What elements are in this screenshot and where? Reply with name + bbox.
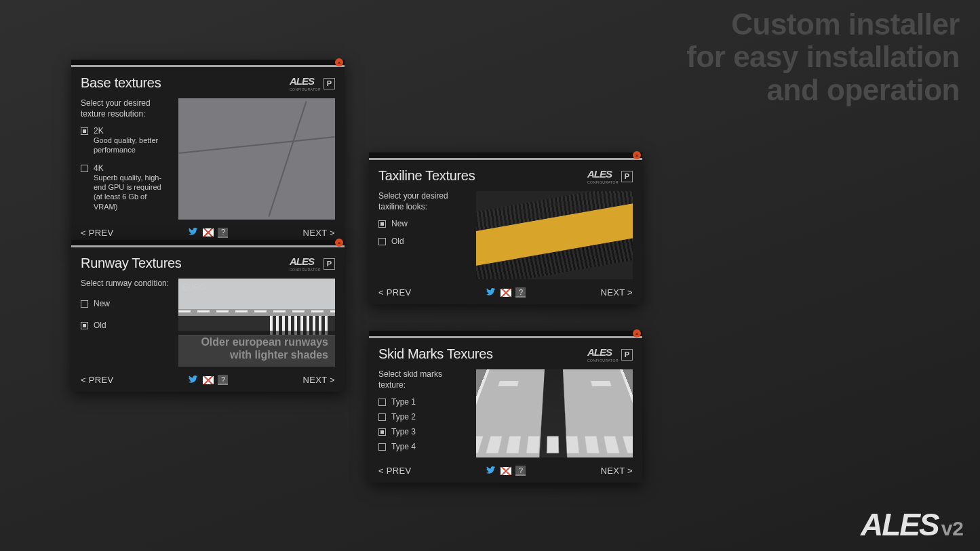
option-head: Old [94, 321, 106, 330]
preview-image [476, 369, 633, 457]
option-head: Type 2 [391, 412, 416, 422]
close-button[interactable]: × [335, 58, 343, 66]
help-icon[interactable]: ? [515, 287, 526, 298]
preview-label: EURO [182, 283, 206, 292]
option-desc: Good quality, better performance [94, 136, 170, 155]
preview-image [476, 191, 633, 279]
window-skid-marks-textures: × Skid Marks Texures ALES CONFIGURATOR P… [369, 331, 642, 483]
window-taxiline-textures: × Taxiline Textures ALES CONFIGURATOR P … [369, 152, 642, 304]
twitter-icon[interactable] [188, 228, 199, 237]
option-head: Type 4 [391, 442, 416, 451]
brand-sub: CONFIGURATOR [587, 180, 619, 184]
checkbox-icon[interactable] [81, 300, 88, 308]
brand-plogo-icon: P [324, 258, 335, 270]
instruction-text: Select runway condition: [81, 279, 170, 289]
preview-image [178, 98, 335, 220]
product-logo-suffix: v2 [941, 517, 964, 540]
preview-image: EURO Older european runways with lighter… [178, 279, 335, 367]
option-new[interactable]: New [378, 219, 468, 228]
window-title: Base textures [81, 75, 161, 91]
instruction-text: Select skid marks texture: [378, 369, 468, 390]
option-head: Type 1 [391, 397, 416, 407]
checkbox-icon[interactable] [378, 443, 386, 451]
titlebar[interactable]: × [71, 240, 345, 245]
promo-headline: Custom installer for easy installation a… [686, 8, 960, 106]
window-runway-textures: × Runway Textures ALES CONFIGURATOR P Se… [71, 240, 345, 392]
brand-sub: CONFIGURATOR [290, 87, 321, 91]
option-type3[interactable]: Type 3 [378, 427, 468, 436]
brand-name: ALES [587, 346, 612, 358]
option-old[interactable]: Old [378, 237, 468, 246]
titlebar[interactable]: × [71, 60, 345, 65]
close-button[interactable]: × [633, 329, 641, 338]
checkbox-icon[interactable] [81, 165, 88, 172]
option-type1[interactable]: Type 1 [378, 397, 468, 407]
option-2k[interactable]: 2K Good quality, better performance [81, 126, 170, 155]
prev-button[interactable]: < PREV [81, 375, 113, 385]
prev-button[interactable]: < PREV [81, 228, 113, 238]
window-title: Skid Marks Texures [378, 346, 493, 362]
brand-logo: ALES CONFIGURATOR P [290, 256, 335, 272]
next-button[interactable]: NEXT > [303, 228, 335, 238]
next-button[interactable]: NEXT > [601, 466, 633, 476]
checkbox-icon[interactable] [378, 413, 386, 421]
option-head: New [391, 219, 408, 228]
option-type2[interactable]: Type 2 [378, 412, 468, 422]
window-title: Runway Textures [81, 256, 182, 271]
titlebar[interactable]: × [369, 152, 642, 158]
brand-logo: ALES CONFIGURATOR P [290, 75, 335, 91]
close-button[interactable]: × [633, 151, 641, 159]
gmail-icon[interactable] [203, 228, 214, 237]
headline-line: for easy installation [686, 41, 960, 73]
brand-plogo-icon: P [324, 78, 335, 89]
prev-button[interactable]: < PREV [378, 287, 411, 298]
brand-name: ALES [587, 168, 612, 180]
option-head: 2K [94, 126, 170, 136]
option-desc: Superb quality, high-end GPU is required… [94, 173, 170, 211]
window-base-textures: × Base textures ALES CONFIGURATOR P Sele… [71, 60, 345, 245]
preview-caption: Older european runways with lighter shad… [178, 331, 335, 367]
brand-name: ALES [290, 256, 314, 267]
option-head: 4K [94, 163, 170, 173]
brand-sub: CONFIGURATOR [587, 359, 619, 363]
window-title: Taxiline Textures [378, 168, 475, 184]
titlebar[interactable]: × [369, 331, 642, 336]
checkbox-icon[interactable] [378, 238, 386, 245]
caption-line: with lighter shades [185, 349, 328, 361]
gmail-icon[interactable] [501, 467, 511, 475]
option-head: Old [391, 237, 404, 246]
brand-sub: CONFIGURATOR [290, 268, 321, 272]
checkbox-icon[interactable] [81, 127, 88, 135]
checkbox-icon[interactable] [81, 322, 88, 329]
option-new[interactable]: New [81, 299, 170, 308]
twitter-icon[interactable] [188, 375, 199, 385]
help-icon[interactable]: ? [515, 466, 526, 476]
gmail-icon[interactable] [501, 289, 511, 297]
checkbox-icon[interactable] [378, 220, 386, 228]
instruction-text: Select your desired taxiline looks: [378, 191, 468, 212]
twitter-icon[interactable] [486, 288, 496, 298]
option-type4[interactable]: Type 4 [378, 442, 468, 451]
twitter-icon[interactable] [486, 466, 496, 476]
product-logo: ALES v2 [861, 506, 964, 543]
product-logo-main: ALES [861, 506, 939, 543]
checkbox-icon[interactable] [378, 428, 386, 436]
headline-line: and operation [686, 74, 960, 106]
help-icon[interactable]: ? [218, 375, 228, 385]
headline-line: Custom installer [686, 8, 960, 41]
help-icon[interactable]: ? [218, 228, 228, 238]
next-button[interactable]: NEXT > [303, 375, 335, 385]
brand-logo: ALES CONFIGURATOR P [587, 168, 633, 184]
option-head: New [94, 299, 110, 308]
checkbox-icon[interactable] [378, 399, 386, 406]
instruction-text: Select your desired texture resolution: [81, 98, 170, 119]
brand-plogo-icon: P [621, 171, 633, 182]
gmail-icon[interactable] [203, 376, 214, 384]
close-button[interactable]: × [335, 239, 343, 247]
prev-button[interactable]: < PREV [378, 466, 411, 476]
next-button[interactable]: NEXT > [601, 287, 633, 298]
option-4k[interactable]: 4K Superb quality, high-end GPU is requi… [81, 163, 170, 211]
brand-plogo-icon: P [621, 349, 633, 361]
caption-line: Older european runways [185, 336, 328, 348]
option-old[interactable]: Old [81, 321, 170, 330]
